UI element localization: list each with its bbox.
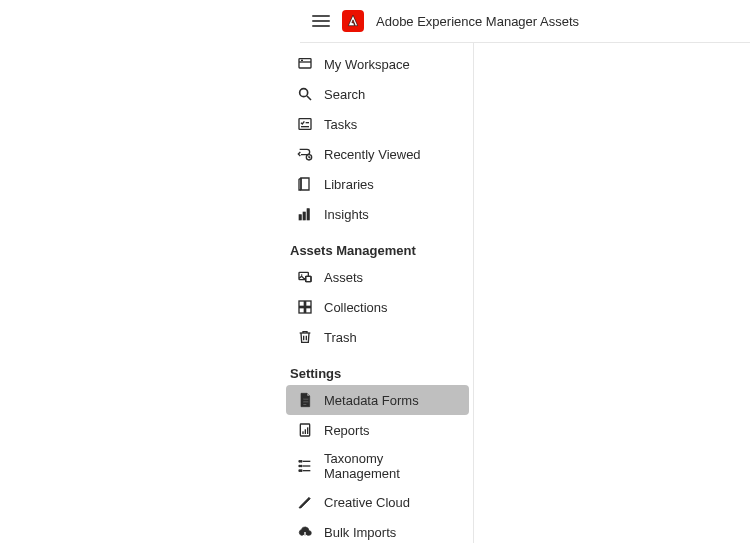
bulk-imports-icon	[296, 523, 314, 541]
sidebar-item-my-workspace[interactable]: My Workspace	[286, 49, 469, 79]
sidebar-item-trash[interactable]: Trash	[286, 322, 469, 352]
sidebar-item-insights[interactable]: Insights	[286, 199, 469, 229]
sidebar-item-label: Collections	[324, 300, 461, 315]
trash-icon	[296, 328, 314, 346]
svg-rect-18	[299, 308, 304, 313]
svg-rect-23	[303, 401, 308, 402]
sidebar-item-tasks[interactable]: Tasks	[286, 109, 469, 139]
sidebar-item-collections[interactable]: Collections	[286, 292, 469, 322]
header: Adobe Experience Manager Assets	[300, 0, 750, 42]
sidebar-item-label: Bulk Imports	[324, 525, 461, 540]
sidebar-item-label: Libraries	[324, 177, 461, 192]
sidebar-item-metadata-forms[interactable]: Metadata Forms	[286, 385, 469, 415]
sidebar-item-libraries[interactable]: Libraries	[286, 169, 469, 199]
svg-rect-19	[306, 308, 311, 313]
sidebar-item-label: My Workspace	[324, 57, 461, 72]
workspace-icon	[296, 55, 314, 73]
svg-point-3	[300, 89, 308, 97]
svg-rect-11	[307, 209, 309, 220]
svg-rect-10	[303, 212, 305, 220]
sidebar-item-label: Metadata Forms	[324, 393, 461, 408]
sidebar: My Workspace Search Tasks	[282, 43, 474, 543]
sidebar-item-taxonomy-management[interactable]: Taxonomy Management	[286, 445, 469, 487]
svg-rect-16	[299, 301, 304, 306]
recent-icon	[296, 145, 314, 163]
sidebar-item-label: Trash	[324, 330, 461, 345]
taxonomy-icon	[296, 457, 314, 475]
hamburger-menu-button[interactable]	[312, 12, 330, 30]
app-title: Adobe Experience Manager Assets	[376, 14, 579, 29]
sidebar-item-label: Creative Cloud	[324, 495, 461, 510]
svg-rect-24	[303, 404, 306, 405]
sidebar-item-creative-cloud[interactable]: Creative Cloud	[286, 487, 469, 517]
svg-point-36	[301, 465, 302, 466]
svg-point-37	[301, 470, 302, 471]
sidebar-item-reports[interactable]: Reports	[286, 415, 469, 445]
sidebar-item-search[interactable]: Search	[286, 79, 469, 109]
adobe-logo	[342, 10, 364, 32]
svg-rect-27	[305, 429, 306, 434]
svg-rect-5	[299, 119, 311, 130]
sidebar-item-label: Assets	[324, 270, 461, 285]
sidebar-item-label: Taxonomy Management	[324, 451, 461, 481]
sidebar-item-label: Insights	[324, 207, 461, 222]
insights-icon	[296, 205, 314, 223]
sidebar-item-assets[interactable]: Assets	[286, 262, 469, 292]
sidebar-item-label: Tasks	[324, 117, 461, 132]
svg-rect-9	[299, 215, 301, 220]
tasks-icon	[296, 115, 314, 133]
assets-icon	[296, 268, 314, 286]
sidebar-item-recently-viewed[interactable]: Recently Viewed	[286, 139, 469, 169]
svg-point-35	[301, 461, 302, 462]
libraries-icon	[296, 175, 314, 193]
sidebar-section-settings: Settings	[282, 358, 473, 385]
metadata-icon	[296, 391, 314, 409]
svg-rect-22	[303, 399, 308, 400]
svg-rect-0	[299, 59, 311, 68]
svg-line-4	[307, 96, 311, 100]
collections-icon	[296, 298, 314, 316]
sidebar-item-label: Recently Viewed	[324, 147, 461, 162]
sidebar-section-assets-management: Assets Management	[282, 235, 473, 262]
svg-rect-26	[302, 431, 303, 434]
sidebar-item-bulk-imports[interactable]: Bulk Imports	[286, 517, 469, 544]
sidebar-item-label: Search	[324, 87, 461, 102]
svg-rect-17	[306, 301, 311, 306]
creative-cloud-icon	[296, 493, 314, 511]
search-icon	[296, 85, 314, 103]
svg-rect-14	[306, 276, 311, 281]
svg-rect-2	[301, 60, 303, 61]
sidebar-item-label: Reports	[324, 423, 461, 438]
svg-rect-28	[307, 427, 308, 434]
reports-icon	[296, 421, 314, 439]
